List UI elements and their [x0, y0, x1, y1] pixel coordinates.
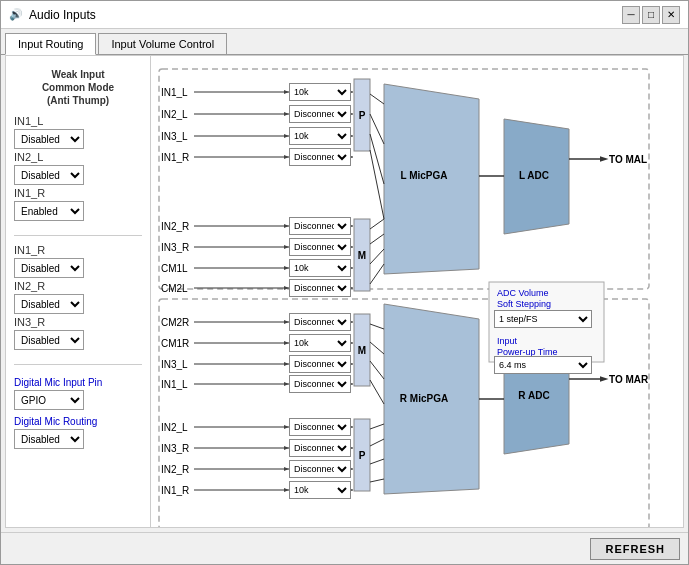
in1r-dropdown[interactable]: DisabledEnabled — [14, 201, 84, 221]
digital-mic-pin-dropdown[interactable]: GPIODMDIN1DMDIN2 — [14, 390, 84, 410]
digital-mic-routing-dropdown[interactable]: DisabledEnabled — [14, 429, 84, 449]
diagram-area: P M L MicPGA L ADC TO MAL — [151, 56, 683, 527]
in3r-fo: Disconnected10k — [289, 238, 354, 256]
in1l-dropdown[interactable]: DisabledEnabled — [14, 129, 84, 149]
mb-to-micpga-2 — [370, 342, 384, 354]
digital-mic-pin-row: GPIODMDIN1DMDIN2 — [14, 390, 142, 410]
in3r-bp-name: IN3_R — [161, 443, 189, 454]
r-channel-group: IN1_R DisabledEnabled IN2_R DisabledEnab… — [14, 244, 142, 350]
m-to-micpga-3 — [370, 249, 384, 264]
in2r-bp-select[interactable]: Disconnected10k — [289, 460, 351, 478]
in2r-top-name: IN2_R — [161, 221, 189, 232]
in2l-bp-fo: Disconnected10k — [289, 418, 354, 436]
minimize-button[interactable]: ─ — [622, 6, 640, 24]
title-bar: 🔊 Audio Inputs ─ □ ✕ — [1, 1, 688, 29]
l-channel-group: IN1_L DisabledEnabled IN2_L DisabledEnab… — [14, 115, 142, 221]
in2r-dropdown[interactable]: DisabledEnabled — [14, 294, 84, 314]
to-mar-text: TO MAR — [609, 374, 649, 385]
in2l-row: DisabledEnabled — [14, 165, 142, 185]
l-adc-label: L ADC — [519, 170, 549, 181]
p-to-micpga-2 — [370, 114, 384, 144]
in2r-row: DisabledEnabled — [14, 294, 142, 314]
cm1l-select[interactable]: 10kDisconnected — [289, 259, 351, 277]
power-up-select[interactable]: 0 ms3.2 ms6.4 ms12.8 ms — [494, 356, 592, 374]
digital-mic-group: Digital Mic Input Pin GPIODMDIN1DMDIN2 D… — [14, 373, 142, 449]
mb-to-micpga-1 — [370, 324, 384, 329]
in2l-bp-select[interactable]: Disconnected10k — [289, 418, 351, 436]
in3r-bp-fo: Disconnected10k — [289, 439, 354, 457]
in1r-label: IN1_R — [14, 187, 142, 199]
in3r-dropdown[interactable]: DisabledEnabled — [14, 330, 84, 350]
in2r-label: IN2_R — [14, 280, 142, 292]
in2l-top-name: IN2_L — [161, 109, 188, 120]
pb-to-micpga-3 — [370, 459, 384, 464]
in1l-bm-select[interactable]: Disconnected10k — [289, 375, 351, 393]
in1l-bm-name: IN1_L — [161, 379, 188, 390]
to-mal-text: TO MAL — [609, 154, 647, 165]
main-window: 🔊 Audio Inputs ─ □ ✕ Input Routing Input… — [0, 0, 689, 565]
in2r-select[interactable]: Disconnected10k — [289, 217, 351, 235]
in1r-bp-fo: 10kDisconnected — [289, 481, 354, 499]
r-adc-label: R ADC — [518, 390, 549, 401]
cm1r-name: CM1R — [161, 338, 189, 349]
digital-mic-routing-row: DisabledEnabled — [14, 429, 142, 449]
in2r-bp-name: IN2_R — [161, 464, 189, 475]
cm2l-fo: Disconnected10k — [289, 279, 354, 297]
in1r-bp-name: IN1_R — [161, 485, 189, 496]
in3r-row: DisabledEnabled — [14, 330, 142, 350]
cm2l-select[interactable]: Disconnected10k — [289, 279, 351, 297]
cm1l-name: CM1L — [161, 263, 188, 274]
in2r-bp-fo: Disconnected10k — [289, 460, 354, 478]
pb-to-micpga-2 — [370, 439, 384, 446]
cm1l-fo: 10kDisconnected — [289, 259, 354, 277]
adc-vol-label2: Soft Stepping — [497, 299, 551, 309]
cm1r-select[interactable]: 10kDisconnected — [289, 334, 351, 352]
in1r-p-name: IN1_R — [161, 152, 189, 163]
weak-input-title: Weak InputCommon Mode(Anti Thump) — [14, 68, 142, 107]
in1l-select[interactable]: 10kDisconnected20k — [289, 83, 351, 101]
in3l-bm-select[interactable]: Disconnected10k — [289, 355, 351, 373]
pb-to-micpga-1 — [370, 424, 384, 429]
in3r-select[interactable]: Disconnected10k — [289, 238, 351, 256]
divider1 — [14, 235, 142, 236]
close-button[interactable]: ✕ — [662, 6, 680, 24]
in3l-fo: 10kDisconnected — [289, 127, 354, 145]
in3l-select[interactable]: 10kDisconnected — [289, 127, 351, 145]
p-block-top-label: P — [359, 110, 366, 121]
m-to-micpga-2 — [370, 234, 384, 244]
adc-vol-label1: ADC Volume — [497, 288, 549, 298]
in2l-dropdown[interactable]: DisabledEnabled — [14, 165, 84, 185]
tab-input-routing[interactable]: Input Routing — [5, 33, 96, 55]
in1r-r-label: IN1_R — [14, 244, 142, 256]
in3r-bp-select[interactable]: Disconnected10k — [289, 439, 351, 457]
in3l-bm-fo: Disconnected10k — [289, 355, 354, 373]
mb-to-micpga-3 — [370, 361, 384, 379]
maximize-button[interactable]: □ — [642, 6, 660, 24]
in3l-bm-name: IN3_L — [161, 359, 188, 370]
cm2r-name: CM2R — [161, 317, 189, 328]
in1r-r-dropdown[interactable]: DisabledEnabled — [14, 258, 84, 278]
tab-input-volume[interactable]: Input Volume Control — [98, 33, 227, 54]
in1l-row: DisabledEnabled — [14, 129, 142, 149]
in2l-bp-name: IN2_L — [161, 422, 188, 433]
m-to-micpga-1 — [370, 219, 384, 229]
in1l-top-name: IN1_L — [161, 87, 188, 98]
digital-mic-routing-label: Digital Mic Routing — [14, 416, 142, 427]
in1r-r-row: DisabledEnabled — [14, 258, 142, 278]
in1r-p-select[interactable]: Disconnected10k — [289, 148, 351, 166]
in3r-label: IN3_R — [14, 316, 142, 328]
soft-stepping-select[interactable]: 1 step/FS2 steps/FSDisabled — [494, 310, 592, 328]
tab-bar: Input Routing Input Volume Control — [1, 29, 688, 55]
in2l-select[interactable]: Disconnected10k — [289, 105, 351, 123]
in1r-bp-select[interactable]: 10kDisconnected — [289, 481, 351, 499]
in1r-p-fo: Disconnected10k — [289, 148, 354, 166]
in1r-row: DisabledEnabled — [14, 201, 142, 221]
cm2r-fo: Disconnected10k — [289, 313, 354, 331]
divider2 — [14, 364, 142, 365]
m-block-top-label: M — [358, 250, 366, 261]
r-micpga-label: R MicPGA — [400, 393, 448, 404]
soft-stepping-fo: 1 step/FS2 steps/FSDisabled — [494, 310, 594, 328]
in1l-bm-fo: Disconnected10k — [289, 375, 354, 393]
cm2r-select[interactable]: Disconnected10k — [289, 313, 351, 331]
refresh-button[interactable]: REFRESH — [590, 538, 680, 560]
